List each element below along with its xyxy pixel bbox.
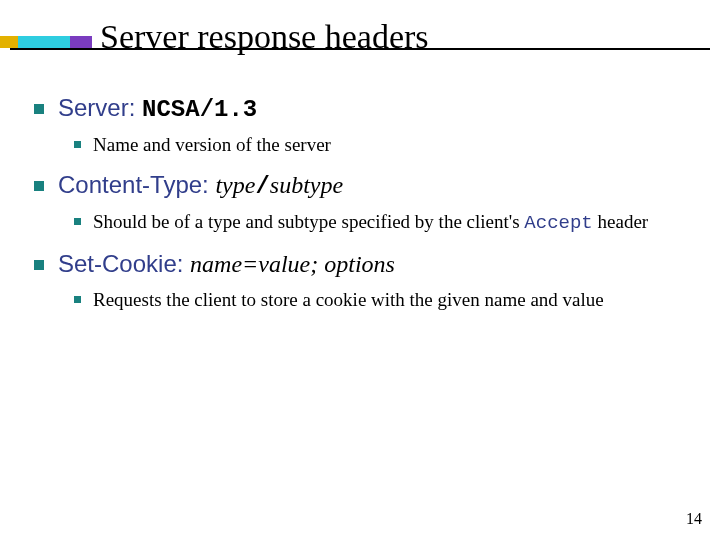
bullet-server: Server: NCSA/1.3 <box>34 94 694 123</box>
title-underline <box>10 48 710 50</box>
header-param: options <box>324 251 395 277</box>
bullet-text: Server: NCSA/1.3 <box>58 94 257 123</box>
page-number: 14 <box>686 510 702 528</box>
header-param: name <box>190 251 242 277</box>
sub-bullet: Requests the client to store a cookie wi… <box>74 288 694 312</box>
sub-bullet-text: Requests the client to store a cookie wi… <box>93 288 604 312</box>
header-name: Set-Cookie: <box>58 250 183 277</box>
bullet-text: Content-Type: type/subtype <box>58 171 343 200</box>
bullet-icon <box>34 260 44 270</box>
code-accept: Accept <box>524 212 592 234</box>
sub-bullet: Should be of a type and subtype specifie… <box>74 210 694 236</box>
accent-bar-yellow <box>0 36 18 48</box>
slide-title-block: Server response headers <box>100 18 429 56</box>
sub-bullet-text: Should be of a type and subtype specifie… <box>93 210 648 236</box>
sub-bullet-text: Name and version of the server <box>93 133 331 157</box>
header-sep: ; <box>310 251 324 277</box>
header-param: value <box>258 251 310 277</box>
bullet-icon <box>74 218 81 225</box>
header-name: Server: <box>58 94 135 121</box>
accent-bar-cyan <box>18 36 70 48</box>
bullet-set-cookie: Set-Cookie: name=value; options <box>34 250 694 278</box>
bullet-icon <box>34 181 44 191</box>
slide-content: Server: NCSA/1.3 Name and version of the… <box>34 80 694 311</box>
header-value-literal: NCSA/1.3 <box>142 96 257 123</box>
header-eq: = <box>242 251 258 277</box>
bullet-icon <box>74 296 81 303</box>
header-param: subtype <box>270 172 343 198</box>
sub-bullet: Name and version of the server <box>74 133 694 157</box>
header-param: type <box>215 172 255 198</box>
accent-bar-purple <box>70 36 92 48</box>
bullet-icon <box>74 141 81 148</box>
bullet-content-type: Content-Type: type/subtype <box>34 171 694 200</box>
header-slash: / <box>255 173 269 200</box>
bullet-icon <box>34 104 44 114</box>
header-name: Content-Type: <box>58 171 209 198</box>
bullet-text: Set-Cookie: name=value; options <box>58 250 395 278</box>
